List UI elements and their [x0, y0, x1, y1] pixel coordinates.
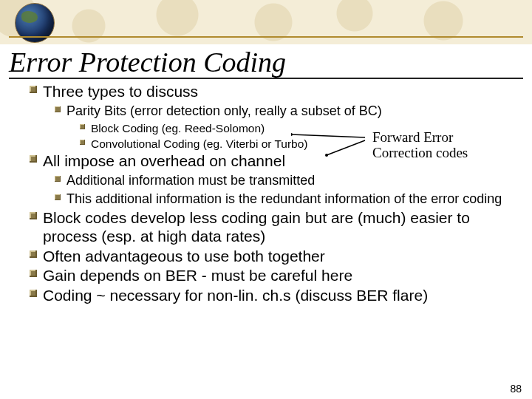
square-bullet-icon — [30, 270, 37, 277]
title-underline — [9, 78, 523, 79]
bullet-text: Coding ~ necessary for non-lin. ch.s (di… — [43, 287, 428, 305]
bullet-level1: Three types to discuss — [30, 83, 513, 101]
header-divider — [9, 36, 523, 38]
square-bullet-icon — [80, 140, 85, 145]
content-area: Three types to discuss Parity Bits (erro… — [30, 81, 513, 305]
square-bullet-icon — [80, 124, 85, 129]
bullet-text: This additional information is the redun… — [66, 191, 502, 208]
square-bullet-icon — [55, 194, 61, 200]
header-map-background — [0, 0, 532, 44]
square-bullet-icon — [30, 290, 37, 297]
bullet-text: Parity Bits (error detection only, reall… — [66, 103, 382, 120]
bullet-level2: This additional information is the redun… — [55, 191, 513, 208]
page-number: 88 — [510, 383, 522, 395]
bullet-text: Block codes develop less coding gain but… — [43, 209, 513, 246]
square-bullet-icon — [30, 155, 37, 163]
slide: Error Protection Coding Three types to d… — [0, 0, 532, 399]
bullet-text: Gain depends on BER - must be careful he… — [43, 267, 352, 285]
bullet-text: Often advantageous to use both together — [43, 248, 325, 266]
square-bullet-icon — [30, 212, 37, 219]
bullet-text: Convolutional Coding (eg. Viterbi or Tur… — [91, 137, 308, 151]
square-bullet-icon — [55, 176, 61, 182]
bullet-text: Three types to discuss — [43, 83, 198, 101]
bullet-level2: Parity Bits (error detection only, reall… — [55, 103, 513, 120]
annotation-label: Forward Error Correction codes — [372, 129, 513, 161]
bullet-level1: Coding ~ necessary for non-lin. ch.s (di… — [30, 287, 513, 305]
square-bullet-icon — [30, 250, 37, 258]
square-bullet-icon — [30, 86, 37, 93]
slide-title: Error Protection Coding — [9, 46, 286, 78]
square-bullet-icon — [55, 106, 61, 112]
bullet-level1: Block codes develop less coding gain but… — [30, 209, 513, 246]
bullet-level1: Gain depends on BER - must be careful he… — [30, 267, 513, 285]
bullet-level1: Often advantageous to use both together — [30, 248, 513, 266]
bullet-text: Block Coding (eg. Reed-Solomon) — [91, 121, 265, 135]
bullet-text: All impose an overhead on channel — [43, 152, 285, 171]
bullet-text: Additional information must be transmitt… — [66, 173, 315, 189]
bullet-level2: Additional information must be transmitt… — [55, 173, 513, 189]
